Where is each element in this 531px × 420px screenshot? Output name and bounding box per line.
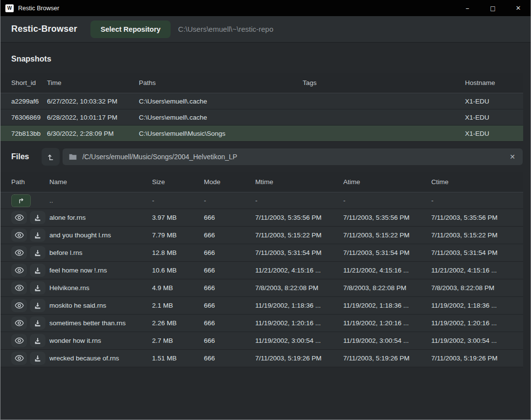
preview-file-button[interactable] [11,264,27,277]
level-up-icon [46,152,55,161]
eye-icon [15,231,24,239]
current-path-text: /C/Users/emuell/Music/Songs/2004_Helveti… [82,153,503,161]
snapshot-tags [303,126,465,142]
download-icon [34,355,42,362]
preview-file-button[interactable] [11,352,27,365]
file-name: alone for.rns [49,209,152,227]
file-mode: 666 [204,297,255,315]
file-size: 12.8 MB [152,244,204,262]
preview-file-button[interactable] [11,211,27,224]
snapshots-section-title: Snapshots [11,55,531,63]
column-mode: Mode [204,172,255,192]
download-file-button[interactable] [30,211,45,224]
column-path: Path [0,172,49,192]
parent-atime: - [343,192,431,209]
files-header-row: Path Name Size Mode Mtime Atime Ctime [0,172,523,192]
preview-file-button[interactable] [11,281,27,294]
repository-path: C:\Users\emuell\~\restic-repo [178,25,273,33]
preview-file-button[interactable] [11,299,27,312]
current-path-field[interactable]: /C/Users/emuell/Music/Songs/2004_Helveti… [63,148,523,165]
file-row-actions [11,316,45,330]
parent-mode: - [204,192,255,209]
download-file-button[interactable] [30,316,45,330]
snapshot-time: 6/28/2022, 10:01:17 PM [47,109,139,126]
file-size: 10.6 MB [152,262,204,279]
snapshot-row[interactable]: 72b813bb 6/30/2022, 2:28:09 PM C:\Users\… [0,126,523,142]
file-row: sometimes better than.rns 2.26 MB 666 11… [0,315,523,332]
preview-file-button[interactable] [11,316,27,330]
download-file-button[interactable] [30,352,45,365]
file-atime: 7/8/2003, 8:22:08 PM [343,279,431,297]
close-button[interactable]: ✕ [506,0,531,16]
files-table: Path Name Size Mode Mtime Atime Ctime [0,172,523,367]
download-icon [34,319,42,327]
file-mode: 666 [204,350,255,367]
download-icon [34,249,42,257]
file-name: feel home now !.rns [49,262,152,279]
download-file-button[interactable] [30,229,45,242]
file-row: and you thought l.rns 7.79 MB 666 7/11/2… [0,227,523,244]
download-file-button[interactable] [30,334,45,347]
download-file-button[interactable] [30,246,45,259]
file-name: and you thought l.rns [49,227,152,244]
eye-icon [15,267,24,274]
eye-icon [15,214,24,221]
download-file-button[interactable] [30,299,45,312]
file-size: 3.97 MB [152,209,204,227]
snapshot-hostname: X1-EDU [465,126,523,142]
parent-name: .. [49,192,152,209]
column-short-id: Short_id [0,73,47,93]
snapshot-hostname: X1-EDU [465,109,523,126]
file-size: 7.79 MB [152,227,204,244]
snapshot-row[interactable]: a2299af6 6/27/2022, 10:03:32 PM C:\Users… [0,93,523,109]
eye-icon [15,302,24,309]
file-row: moskito he said.rns 2.1 MB 666 11/19/200… [0,297,523,315]
file-atime: 11/19/2002, 1:20:16 ... [343,315,431,332]
snapshot-row[interactable]: 76306869 6/28/2022, 10:01:17 PM C:\Users… [0,109,523,126]
download-file-button[interactable] [30,264,45,277]
clear-path-icon[interactable]: ✕ [509,152,516,162]
column-size: Size [152,172,204,192]
column-name: Name [49,172,152,192]
file-name: before l.rns [49,244,152,262]
file-atime: 11/19/2002, 1:18:36 ... [343,297,431,315]
minimize-button[interactable]: – [455,0,480,16]
file-name: wonder how it.rns [49,332,152,350]
file-mode: 666 [204,279,255,297]
file-row-actions [11,229,45,242]
file-row-actions [11,281,45,294]
maximize-button[interactable]: □ [480,0,506,16]
app-window: W Restic Browser – □ ✕ Restic-Browser Se… [0,0,531,420]
download-file-button[interactable] [30,281,45,294]
file-mtime: 11/19/2002, 3:00:54 ... [255,332,343,350]
folder-icon [69,153,77,160]
file-name: wrecked because of.rns [49,350,152,367]
column-mtime: Mtime [255,172,343,192]
file-ctime: 11/19/2002, 1:20:16 ... [431,315,523,332]
snapshot-short-id: 72b813bb [0,126,47,142]
parent-ctime: - [431,192,523,209]
path-up-button[interactable] [42,148,60,166]
snapshot-paths: C:\Users\emuell\.cache [139,93,303,109]
snapshot-tags [303,109,465,126]
file-mode: 666 [204,315,255,332]
download-icon [34,267,42,274]
go-parent-button[interactable] [11,194,31,207]
preview-file-button[interactable] [11,229,27,242]
select-repository-button[interactable]: Select Repository [90,21,171,38]
file-atime: 7/11/2003, 5:19:26 PM [343,350,431,367]
eye-icon [15,284,24,292]
wails-logo-icon: W [5,4,14,12]
file-mtime: 7/11/2003, 5:15:22 PM [255,227,343,244]
file-row: Helvikone.rns 4.9 MB 666 7/8/2003, 8:22:… [0,279,523,297]
file-mode: 666 [204,227,255,244]
parent-directory-row[interactable]: .. - - - - - [0,192,523,209]
eye-icon [15,319,24,327]
eye-icon [15,355,24,362]
file-row: wonder how it.rns 2.7 MB 666 11/19/2002,… [0,332,523,350]
corner-up-right-icon [17,197,25,205]
preview-file-button[interactable] [11,334,27,347]
file-mode: 666 [204,209,255,227]
file-atime: 7/11/2003, 5:15:22 PM [343,227,431,244]
preview-file-button[interactable] [11,246,27,259]
